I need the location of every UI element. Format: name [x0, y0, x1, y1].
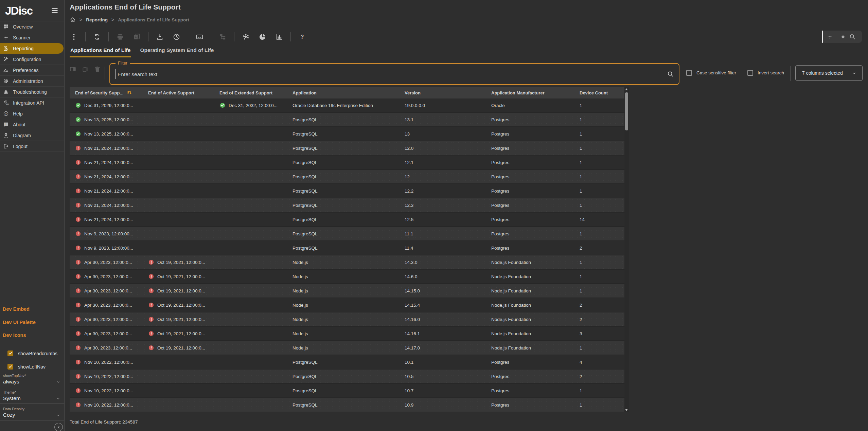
- application-cell: PostgreSQL: [287, 402, 399, 408]
- version-cell: 14.17.0: [399, 345, 486, 351]
- select-theme[interactable]: Theme*System: [0, 390, 65, 404]
- table-row[interactable]: Nov 13, 2025, 12:00:0...PostgreSQL13.1Po…: [70, 113, 624, 127]
- column-header-version[interactable]: Version: [399, 90, 486, 95]
- table-row[interactable]: Nov 10, 2022, 12:00:0...PostgreSQL10.7Po…: [70, 384, 624, 398]
- date-text: Nov 21, 2024, 12:00:0...: [84, 146, 133, 151]
- columns-dropdown[interactable]: 7 columns selected: [795, 65, 863, 81]
- invert-search-checkbox[interactable]: Invert search: [747, 70, 784, 76]
- version-value: 14.15.4: [405, 303, 420, 308]
- manufacturer-value: Postgres: [491, 146, 509, 151]
- hierarchy-button: [219, 33, 227, 41]
- vertical-scrollbar[interactable]: [624, 87, 629, 412]
- application-cell: Node.js: [287, 260, 399, 265]
- dot-icon[interactable]: [840, 34, 846, 39]
- alert-circle-icon: [148, 316, 154, 322]
- schedule-button[interactable]: [173, 33, 180, 41]
- table-row[interactable]: Nov 21, 2024, 12:00:0...PostgreSQL12.1Po…: [70, 156, 624, 170]
- table-row[interactable]: Nov 21, 2024, 12:00:0...PostgreSQL12Post…: [70, 170, 624, 184]
- version-cell: 13.1: [399, 117, 486, 122]
- table-row[interactable]: Nov 21, 2024, 12:00:0...PostgreSQL12.0Po…: [70, 141, 624, 156]
- table-row[interactable]: Apr 30, 2023, 12:00:0...Oct 19, 2021, 12…: [70, 284, 624, 298]
- alert-circle-icon: [75, 188, 81, 194]
- bar-chart-button[interactable]: [275, 33, 283, 41]
- tab-operating-system-end-of-life[interactable]: Operating System End of Life: [139, 47, 214, 57]
- application-value: PostgreSQL: [293, 203, 318, 208]
- application-cell: Node.js: [287, 288, 399, 293]
- sql-button[interactable]: SQL: [196, 33, 203, 41]
- zoom-icon[interactable]: [849, 33, 856, 40]
- pie-chart-button[interactable]: [259, 33, 266, 41]
- date-cell: Nov 21, 2024, 12:00:0...: [70, 174, 143, 180]
- case-sensitive-checkbox[interactable]: Case sensitive filter: [686, 70, 736, 76]
- column-header-end-of-extended-support[interactable]: End of Extended Support: [214, 90, 287, 95]
- breadcrumb-separator: >: [79, 17, 82, 22]
- device-count-cell: 3: [574, 331, 624, 336]
- topology-chart-button[interactable]: [242, 33, 250, 41]
- table-row[interactable]: Nov 21, 2024, 12:00:0...PostgreSQL12.3Po…: [70, 198, 624, 213]
- filter-input[interactable]: [117, 64, 652, 85]
- version-value: 13.1: [405, 117, 413, 122]
- view-controls: [822, 31, 862, 43]
- table-row[interactable]: Apr 30, 2023, 12:00:0...Oct 19, 2021, 12…: [70, 327, 624, 341]
- scroll-down-arrow[interactable]: [625, 409, 628, 411]
- device-count-cell: 1: [574, 203, 624, 208]
- select-data-density[interactable]: Data DensityCozy: [0, 407, 65, 420]
- table-row[interactable]: Apr 30, 2023, 12:00:0...Oct 19, 2021, 12…: [70, 312, 624, 327]
- table-row[interactable]: Nov 13, 2025, 12:00:0...PostgreSQL13Post…: [70, 127, 624, 141]
- page-title: Applications End of Life Support: [70, 0, 181, 14]
- table-row[interactable]: Nov 10, 2022, 12:00:0...PostgreSQL10.1Po…: [70, 355, 624, 370]
- table-row[interactable]: Nov 10, 2022, 12:00:0...PostgreSQL10.9Po…: [70, 398, 624, 412]
- column-header-end-of-active-support[interactable]: End of Active Support: [143, 90, 214, 95]
- version-cell: 11.1: [399, 231, 486, 236]
- table-row[interactable]: Nov 21, 2024, 12:00:0...PostgreSQL12.2Po…: [70, 184, 624, 198]
- scroll-up-arrow[interactable]: [625, 88, 628, 90]
- duplicate-report-button: [133, 33, 141, 41]
- select-showtopnav[interactable]: showTopNav*always: [0, 374, 65, 387]
- checkbox-showbreadcrumbs[interactable]: showBreadcrumbs: [7, 351, 57, 356]
- table-row[interactable]: Apr 30, 2023, 12:00:0...Oct 19, 2021, 12…: [70, 341, 624, 355]
- search-icon[interactable]: [667, 71, 674, 78]
- alert-circle-icon: [75, 159, 81, 165]
- table-row[interactable]: Nov 10, 2022, 12:00:0...PostgreSQL10.5Po…: [70, 370, 624, 384]
- device-count-value: 1: [580, 231, 582, 236]
- application-value: PostgreSQL: [293, 402, 318, 408]
- table-row[interactable]: Apr 30, 2023, 12:00:0...Oct 19, 2021, 12…: [70, 255, 624, 270]
- date-text: Nov 9, 2023, 12:00:00...: [84, 231, 133, 236]
- device-count-cell: 1: [574, 174, 624, 179]
- dev-link-dev-ui-palette[interactable]: Dev UI Palette: [3, 320, 36, 325]
- table-row[interactable]: Nov 21, 2024, 12:00:0...PostgreSQL12.5Po…: [70, 213, 624, 227]
- pill-handle[interactable]: [822, 31, 823, 43]
- column-header-application[interactable]: Application: [287, 90, 399, 95]
- table-row[interactable]: Nov 9, 2023, 12:00:00...PostgreSQL11.4Po…: [70, 241, 624, 255]
- dev-link-dev-icons[interactable]: Dev Icons: [3, 333, 26, 338]
- home-icon[interactable]: [70, 17, 76, 23]
- table-row[interactable]: Apr 30, 2023, 12:00:0...Oct 19, 2021, 12…: [70, 270, 624, 284]
- table-row[interactable]: Apr 30, 2023, 12:00:0...Oct 19, 2021, 12…: [70, 298, 624, 312]
- version-value: 10.5: [405, 374, 413, 379]
- version-cell: 10.1: [399, 360, 486, 365]
- more-options-button[interactable]: [70, 33, 78, 41]
- column-header-device-count[interactable]: Device Count: [574, 90, 624, 95]
- column-header-end-of-security-supp[interactable]: End of Security Supp...: [70, 90, 143, 95]
- manufacturer-cell: Node.js Foundation: [486, 317, 574, 322]
- column-header-application-manufacturer[interactable]: Application Manufacturer: [486, 90, 574, 95]
- application-cell: Oracle Database 19c Enterprise Edition: [287, 103, 399, 108]
- crosshair-icon[interactable]: [827, 33, 833, 40]
- checkbox-showleftnav[interactable]: showLeftNav: [7, 364, 46, 370]
- help-button[interactable]: ?: [298, 33, 306, 41]
- date-text: Nov 21, 2024, 12:00:0...: [84, 188, 133, 194]
- alert-circle-icon: [75, 402, 81, 408]
- table-row[interactable]: Dec 31, 2029, 12:00:0...Dec 31, 2032, 12…: [70, 98, 624, 113]
- manufacturer-cell: Node.js Foundation: [486, 303, 574, 308]
- table-row[interactable]: Nov 9, 2023, 12:00:00...PostgreSQL11.1Po…: [70, 227, 624, 241]
- sidebar-collapse-button[interactable]: [54, 423, 63, 431]
- tab-applications-end-of-life[interactable]: Applications End of Life: [70, 47, 131, 57]
- refresh-button[interactable]: [93, 33, 101, 41]
- breadcrumb-reporting[interactable]: Reporting: [86, 17, 108, 22]
- scrollbar-thumb[interactable]: [625, 92, 628, 130]
- alert-circle-icon: [75, 259, 81, 265]
- download-button[interactable]: [156, 33, 164, 41]
- version-value: 14.16.0: [405, 317, 420, 322]
- dev-link-dev-embed[interactable]: Dev Embed: [3, 306, 30, 312]
- application-value: PostgreSQL: [293, 117, 318, 122]
